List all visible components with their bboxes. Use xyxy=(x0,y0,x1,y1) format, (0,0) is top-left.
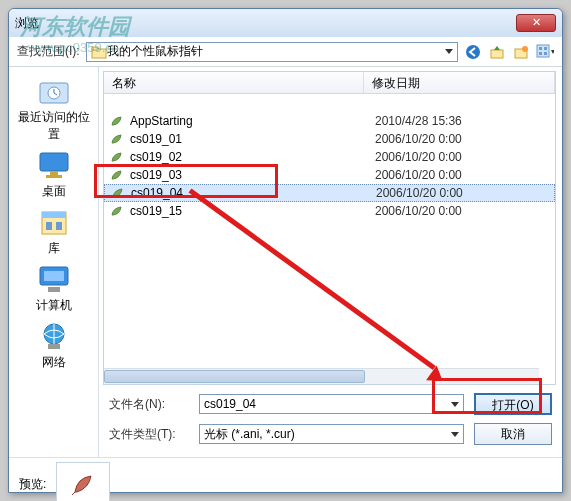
sidebar-item-label: 计算机 xyxy=(36,297,72,314)
file-date: 2006/10/20 0:00 xyxy=(375,168,462,182)
svg-rect-9 xyxy=(539,52,542,55)
svg-rect-1 xyxy=(92,47,98,50)
window-title: 浏览 xyxy=(15,15,516,32)
cursor-file-icon xyxy=(110,205,124,217)
titlebar[interactable]: 浏览 ✕ xyxy=(9,9,562,37)
cursor-file-icon xyxy=(111,187,125,199)
places-sidebar: 最近访问的位置 桌面 库 计算机 网络 xyxy=(9,67,99,457)
file-name: cs019_01 xyxy=(130,132,375,146)
svg-rect-17 xyxy=(42,212,66,218)
preview-label: 预览: xyxy=(19,476,46,493)
horizontal-scrollbar[interactable] xyxy=(104,368,539,384)
cursor-file-icon xyxy=(110,133,124,145)
sidebar-item-label: 库 xyxy=(48,240,60,257)
file-name: cs019_15 xyxy=(130,204,375,218)
svg-rect-10 xyxy=(544,52,547,55)
sidebar-item-recent[interactable]: 最近访问的位置 xyxy=(11,73,96,145)
desktop-icon xyxy=(36,149,72,181)
file-row[interactable]: cs019_042006/10/20 0:00 xyxy=(104,184,555,202)
svg-point-5 xyxy=(522,46,528,52)
svg-line-25 xyxy=(72,492,75,495)
toolbar: 查找范围(I): 我的个性鼠标指针 xyxy=(9,37,562,67)
lookin-combo[interactable]: 我的个性鼠标指针 xyxy=(86,42,458,62)
svg-rect-3 xyxy=(491,50,503,58)
new-folder-icon[interactable] xyxy=(512,43,530,61)
file-date: 2006/10/20 0:00 xyxy=(376,186,463,200)
preview-bar: 预览: xyxy=(9,457,562,501)
filetype-value: 光标 (*.ani, *.cur) xyxy=(204,426,451,443)
file-date: 2006/10/20 0:00 xyxy=(375,132,462,146)
svg-rect-14 xyxy=(50,171,58,175)
file-name: cs019_04 xyxy=(131,186,376,200)
svg-rect-15 xyxy=(46,175,62,178)
cursor-file-icon xyxy=(110,151,124,163)
close-button[interactable]: ✕ xyxy=(516,14,556,32)
file-list[interactable]: 名称 修改日期 AppStarting2010/4/28 15:36cs019_… xyxy=(103,71,556,385)
filetype-label: 文件类型(T): xyxy=(109,426,189,443)
list-header: 名称 修改日期 xyxy=(104,72,555,94)
libraries-icon xyxy=(36,206,72,238)
svg-rect-19 xyxy=(56,222,62,230)
filename-value: cs019_04 xyxy=(204,397,451,411)
cursor-file-icon xyxy=(110,115,124,127)
svg-rect-6 xyxy=(537,45,549,57)
sidebar-item-label: 网络 xyxy=(42,354,66,371)
file-row[interactable]: cs019_022006/10/20 0:00 xyxy=(104,148,555,166)
svg-rect-21 xyxy=(44,271,64,281)
leaf-cursor-icon xyxy=(69,470,97,498)
svg-rect-13 xyxy=(40,153,68,171)
sidebar-item-desktop[interactable]: 桌面 xyxy=(11,147,96,202)
svg-point-2 xyxy=(466,45,480,59)
file-date: 2006/10/20 0:00 xyxy=(375,204,462,218)
chevron-down-icon xyxy=(445,49,453,54)
file-open-dialog: 浏览 ✕ 查找范围(I): 我的个性鼠标指针 最近访问的位置 桌面 xyxy=(8,8,563,493)
back-icon[interactable] xyxy=(464,43,482,61)
network-icon xyxy=(36,320,72,352)
svg-rect-22 xyxy=(48,287,60,292)
sidebar-item-label: 最近访问的位置 xyxy=(13,109,94,143)
file-date: 2006/10/20 0:00 xyxy=(375,150,462,164)
file-name: AppStarting xyxy=(130,114,375,128)
view-menu-icon[interactable] xyxy=(536,43,554,61)
preview-box xyxy=(56,462,110,501)
sidebar-item-label: 桌面 xyxy=(42,183,66,200)
cancel-button[interactable]: 取消 xyxy=(474,423,552,445)
sidebar-item-network[interactable]: 网络 xyxy=(11,318,96,373)
file-row[interactable]: AppStarting2010/4/28 15:36 xyxy=(104,112,555,130)
file-name: cs019_02 xyxy=(130,150,375,164)
cursor-file-icon xyxy=(110,169,124,181)
computer-icon xyxy=(36,263,72,295)
file-row[interactable]: cs019_032006/10/20 0:00 xyxy=(104,166,555,184)
folder-icon xyxy=(91,45,107,59)
open-button[interactable]: 打开(O) xyxy=(474,393,552,415)
svg-rect-8 xyxy=(544,47,547,50)
lookin-label: 查找范围(I): xyxy=(17,43,80,60)
file-name: cs019_03 xyxy=(130,168,375,182)
svg-rect-24 xyxy=(48,344,60,349)
recent-icon xyxy=(36,75,72,107)
lookin-value: 我的个性鼠标指针 xyxy=(107,43,445,60)
file-date: 2010/4/28 15:36 xyxy=(375,114,462,128)
svg-rect-7 xyxy=(539,47,542,50)
sidebar-item-computer[interactable]: 计算机 xyxy=(11,261,96,316)
chevron-down-icon xyxy=(451,432,459,437)
file-row[interactable]: cs019_012006/10/20 0:00 xyxy=(104,130,555,148)
scroll-thumb[interactable] xyxy=(104,370,365,383)
svg-rect-18 xyxy=(46,222,52,230)
chevron-down-icon xyxy=(451,402,459,407)
sidebar-item-libraries[interactable]: 库 xyxy=(11,204,96,259)
col-name[interactable]: 名称 xyxy=(104,72,364,93)
up-folder-icon[interactable] xyxy=(488,43,506,61)
file-row[interactable]: cs019_152006/10/20 0:00 xyxy=(104,202,555,220)
col-date[interactable]: 修改日期 xyxy=(364,72,555,93)
filename-input[interactable]: cs019_04 xyxy=(199,394,464,414)
filename-label: 文件名(N): xyxy=(109,396,189,413)
filetype-combo[interactable]: 光标 (*.ani, *.cur) xyxy=(199,424,464,444)
